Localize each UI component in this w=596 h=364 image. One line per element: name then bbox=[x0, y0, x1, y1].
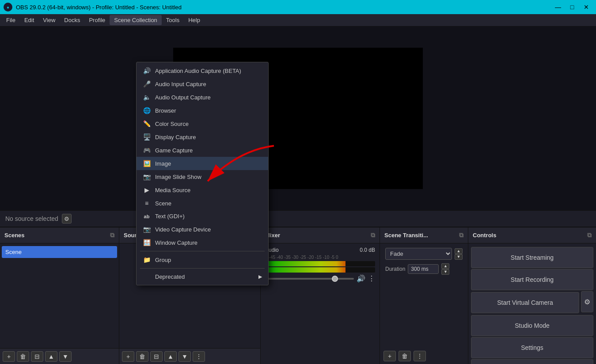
audio-mixer-row: Audio 0.0 dB 0-45-40-35-30-25-20-15-10-5… bbox=[262, 245, 378, 284]
mixer-bar-green bbox=[265, 261, 320, 266]
ctx-separator-1 bbox=[140, 251, 265, 251]
ctx-display-capture[interactable]: 🖥️ Display Capture bbox=[137, 130, 268, 144]
app-icon: ● bbox=[4, 3, 12, 11]
mixer-more-icon[interactable]: ⋮ bbox=[368, 274, 375, 283]
source-more-button[interactable]: ⋮ bbox=[193, 351, 205, 362]
move-scene-up-button[interactable]: ▲ bbox=[45, 351, 57, 362]
transition-spinner-down[interactable]: ▼ bbox=[455, 254, 463, 260]
menu-profile[interactable]: Profile bbox=[84, 15, 110, 25]
mixer-bar-yellow bbox=[320, 261, 337, 266]
mixer-level-bar bbox=[265, 261, 375, 266]
ctx-audio-input[interactable]: 🎤 Audio Input Capture bbox=[137, 77, 268, 91]
ctx-deprecated[interactable]: Deprecated ▶ bbox=[137, 270, 268, 283]
mixer-resize-icon[interactable]: ⧉ bbox=[371, 231, 375, 239]
ctx-video-capture-label: Video Capture Device bbox=[155, 226, 211, 233]
controls-panel: Controls ⧉ Start Streaming Start Recordi… bbox=[468, 228, 596, 364]
media-source-icon: ▶ bbox=[143, 186, 151, 193]
ctx-audio-output[interactable]: 🔈 Audio Output Capture bbox=[137, 91, 268, 104]
ctx-color-source[interactable]: ✏️ Color Source bbox=[137, 117, 268, 130]
start-streaming-button[interactable]: Start Streaming bbox=[471, 247, 593, 268]
menu-edit[interactable]: Edit bbox=[20, 15, 38, 25]
exit-button[interactable]: Exit bbox=[471, 359, 593, 364]
settings-button[interactable]: Settings bbox=[471, 337, 593, 358]
ctx-image-slideshow[interactable]: 📷 Image Slide Show bbox=[137, 170, 268, 183]
add-transition-button[interactable]: + bbox=[383, 351, 396, 361]
ctx-video-capture[interactable]: 📷 Video Capture Device bbox=[137, 223, 268, 236]
transition-select[interactable]: Fade Cut Swipe Slide Stinger Fade to Col… bbox=[385, 248, 452, 260]
sources-panel-footer: + 🗑 ⊟ ▲ ▼ ⋮ bbox=[119, 348, 260, 364]
ctx-media-source[interactable]: ▶ Media Source bbox=[137, 183, 268, 197]
scenes-panel: Scenes ⧉ Scene + 🗑 ⊟ ▲ ▼ bbox=[0, 228, 119, 364]
transition-more-button[interactable]: ⋮ bbox=[414, 351, 426, 361]
mixer-level-bar-2 bbox=[265, 267, 375, 273]
source-properties-button[interactable]: ⊟ bbox=[150, 351, 163, 362]
studio-mode-button[interactable]: Studio Mode bbox=[471, 315, 593, 336]
move-scene-down-button[interactable]: ▼ bbox=[59, 351, 72, 362]
ctx-browser[interactable]: 🌐 Browser bbox=[137, 104, 268, 117]
mixer-audio-db: 0.0 dB bbox=[360, 247, 375, 253]
menu-scene-collection[interactable]: Scene Collection bbox=[110, 15, 162, 25]
ctx-browser-label: Browser bbox=[155, 107, 176, 114]
remove-source-button[interactable]: 🗑 bbox=[136, 351, 148, 362]
move-source-up-button[interactable]: ▲ bbox=[164, 351, 177, 362]
add-scene-button[interactable]: + bbox=[3, 351, 15, 362]
duration-spinner-up[interactable]: ▲ bbox=[441, 263, 449, 269]
duration-spinner-down[interactable]: ▼ bbox=[441, 269, 449, 275]
transition-spinner-up[interactable]: ▲ bbox=[455, 248, 463, 254]
menu-view[interactable]: View bbox=[38, 15, 60, 25]
ctx-scene[interactable]: ≡ Scene bbox=[137, 197, 268, 210]
ctx-game-capture[interactable]: 🎮 Game Capture bbox=[137, 144, 268, 157]
start-virtual-camera-button[interactable]: Start Virtual Camera bbox=[471, 292, 579, 313]
scene-item[interactable]: Scene bbox=[2, 246, 117, 258]
duration-label: Duration bbox=[385, 266, 405, 272]
ctx-window-capture[interactable]: 🪟 Window Capture bbox=[137, 236, 268, 249]
image-icon: 🖼️ bbox=[143, 160, 151, 167]
source-gear-button[interactable]: ⚙ bbox=[62, 214, 72, 224]
controls-panel-title: Controls bbox=[473, 232, 496, 239]
transitions-panel-content: Fade Cut Swipe Slide Stinger Fade to Col… bbox=[380, 243, 468, 348]
mixer-mute-icon[interactable]: 🔊 bbox=[357, 274, 365, 283]
ctx-deprecated-label: Deprecated bbox=[155, 273, 185, 280]
start-recording-button[interactable]: Start Recording bbox=[471, 269, 593, 290]
ctx-image[interactable]: 🖼️ Image bbox=[137, 157, 268, 170]
mixer-panel-header: Mixer ⧉ bbox=[261, 228, 380, 243]
mixer-volume-slider[interactable] bbox=[265, 278, 354, 280]
ctx-group[interactable]: 📁 Group bbox=[137, 253, 268, 266]
menu-docks[interactable]: Docks bbox=[60, 15, 84, 25]
close-button[interactable]: ✕ bbox=[580, 3, 592, 11]
menu-file[interactable]: File bbox=[2, 15, 20, 25]
menubar: File Edit View Docks Profile Scene Colle… bbox=[0, 14, 596, 27]
transitions-resize-icon[interactable]: ⧉ bbox=[459, 231, 463, 239]
minimize-button[interactable]: — bbox=[552, 3, 564, 11]
ctx-audio-output-label: Audio Output Capture bbox=[155, 94, 211, 101]
ctx-application-audio[interactable]: 🔊 Application Audio Capture (BETA) bbox=[137, 64, 268, 77]
duration-input[interactable] bbox=[408, 264, 439, 274]
text-gdi-icon: ab bbox=[143, 214, 151, 219]
remove-transition-button[interactable]: 🗑 bbox=[399, 351, 411, 361]
move-source-down-button[interactable]: ▼ bbox=[178, 351, 191, 362]
virtual-camera-gear[interactable]: ⚙ bbox=[581, 291, 593, 312]
mixer-controls: 🔊 ⋮ bbox=[265, 274, 375, 283]
deprecated-arrow-icon: ▶ bbox=[258, 274, 262, 280]
maximize-button[interactable]: □ bbox=[566, 3, 578, 11]
main-layout: No source selected ⚙ Scenes ⧉ Scene + 🗑 … bbox=[0, 27, 596, 364]
application-audio-icon: 🔊 bbox=[143, 67, 151, 74]
preview-area bbox=[0, 27, 596, 210]
controls-resize-icon[interactable]: ⧉ bbox=[587, 231, 592, 239]
duration-row: Duration ▲ ▼ bbox=[382, 262, 466, 276]
transition-select-row: Fade Cut Swipe Slide Stinger Fade to Col… bbox=[382, 245, 466, 262]
no-source-label: No source selected bbox=[5, 215, 58, 222]
ctx-text-gdi[interactable]: ab Text (GDI+) bbox=[137, 210, 268, 223]
ctx-group-label: Group bbox=[155, 257, 171, 263]
controls-panel-header: Controls ⧉ bbox=[468, 228, 596, 243]
titlebar: ● OBS 29.0.2 (64-bit, windows) - Profile… bbox=[0, 0, 596, 14]
add-source-button[interactable]: + bbox=[122, 351, 134, 362]
scenes-resize-icon[interactable]: ⧉ bbox=[110, 231, 114, 239]
menu-tools[interactable]: Tools bbox=[162, 15, 184, 25]
filter-scene-button[interactable]: ⊟ bbox=[31, 351, 43, 362]
menu-help[interactable]: Help bbox=[184, 15, 205, 25]
transitions-panel-header: Scene Transiti... ⧉ bbox=[380, 228, 468, 243]
browser-icon: 🌐 bbox=[143, 107, 151, 114]
remove-scene-button[interactable]: 🗑 bbox=[17, 351, 29, 362]
scenes-panel-title: Scenes bbox=[4, 232, 25, 239]
